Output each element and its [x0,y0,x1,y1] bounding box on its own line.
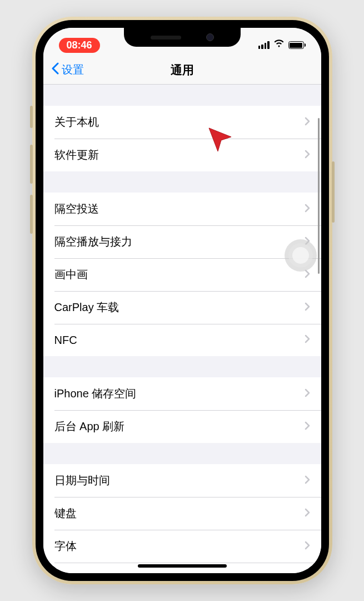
settings-group: 关于本机 软件更新 [43,106,321,171]
settings-row-carplay[interactable]: CarPlay 车载 [43,291,321,324]
settings-row-storage[interactable]: iPhone 储存空间 [43,377,321,410]
row-label: NFC [54,334,77,347]
row-label: 关于本机 [54,115,99,130]
settings-row-fonts[interactable]: 字体 [43,530,321,563]
page-title: 通用 [171,62,194,78]
mute-switch [30,106,33,128]
cellular-signal-icon [258,41,270,49]
row-label: 后台 App 刷新 [54,419,125,434]
row-label: CarPlay 车载 [54,300,119,315]
row-label: 画中画 [54,267,88,282]
phone-bezel: 08:46 [36,20,329,581]
assistive-touch-button[interactable] [285,239,317,272]
row-label: 日期与时间 [54,473,110,488]
settings-row-nfc[interactable]: NFC [43,324,321,356]
row-label: 隔空投送 [54,201,99,216]
notch [124,28,241,47]
chevron-right-icon [305,421,310,432]
settings-group: iPhone 储存空间 后台 App 刷新 [43,377,321,443]
wifi-icon [273,40,285,51]
assistive-touch-inner [288,243,313,268]
phone-device-frame: 08:46 [32,17,332,584]
settings-content[interactable]: 关于本机 软件更新 隔空投送 隔空播放与接力 [43,85,321,573]
assistive-touch-center [292,247,309,264]
speaker-grille [151,36,181,40]
home-indicator[interactable] [138,564,227,568]
chevron-right-icon [305,117,310,128]
navigation-bar: 设置 通用 [43,56,321,85]
row-label: 隔空播放与接力 [54,234,132,249]
row-label: 字体 [54,539,77,554]
row-label: 键盘 [54,506,77,521]
settings-row-keyboard[interactable]: 键盘 [43,497,321,530]
back-label: 设置 [62,62,84,77]
volume-down-button [30,195,33,234]
chevron-right-icon [305,150,310,161]
volume-up-button [30,145,33,184]
settings-row-pip[interactable]: 画中画 [43,258,321,291]
row-label: 语言与地区 [54,572,110,573]
row-label: 软件更新 [54,147,99,162]
power-button [332,161,335,223]
screen: 08:46 [43,28,321,573]
settings-row-datetime[interactable]: 日期与时间 [43,464,321,497]
chevron-right-icon [305,508,310,519]
settings-group: 日期与时间 键盘 字体 语言与地区 [43,464,321,573]
scroll-indicator [318,118,320,274]
chevron-right-icon [305,302,310,313]
chevron-right-icon [305,541,310,552]
battery-icon [288,41,306,49]
recording-time-pill[interactable]: 08:46 [59,38,100,53]
settings-row-airdrop[interactable]: 隔空投送 [43,193,321,225]
chevron-right-icon [305,475,310,486]
settings-row-background-refresh[interactable]: 后台 App 刷新 [43,410,321,443]
settings-row-about[interactable]: 关于本机 [43,106,321,139]
front-camera [206,33,214,41]
row-label: iPhone 储存空间 [54,386,137,401]
chevron-right-icon [305,204,310,215]
back-button[interactable]: 设置 [51,62,84,77]
chevron-left-icon [51,62,59,77]
chevron-right-icon [305,334,310,346]
settings-row-software-update[interactable]: 软件更新 [43,139,321,171]
chevron-right-icon [305,388,310,400]
settings-group: 隔空投送 隔空播放与接力 画中画 CarPlay 车载 [43,193,321,356]
status-icons [258,40,306,51]
settings-row-airplay[interactable]: 隔空播放与接力 [43,225,321,258]
